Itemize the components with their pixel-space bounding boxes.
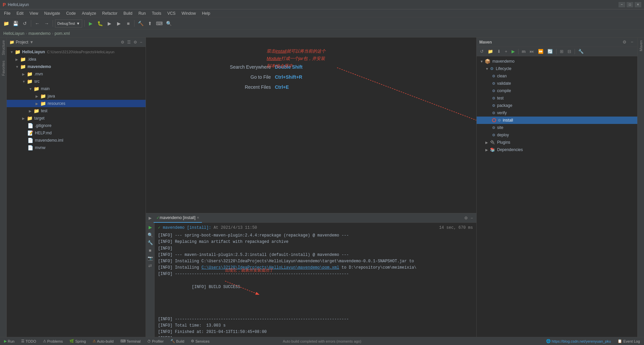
run-minimize-icon[interactable]: −: [470, 215, 474, 221]
maven-minimize-icon[interactable]: −: [629, 39, 635, 45]
maven-deploy[interactable]: ⚙ deploy: [477, 131, 637, 139]
status-services-btn[interactable]: ⚙ Services: [190, 339, 211, 343]
maven-lifecycle[interactable]: ▼ ⚙ Lifecycle: [477, 65, 637, 72]
save-button[interactable]: 💾: [11, 19, 19, 27]
maven-validate[interactable]: ⚙ validate: [477, 80, 637, 87]
maven-install[interactable]: ⚙ install: [477, 117, 637, 124]
maven-tool-icon[interactable]: 🔧: [577, 48, 585, 55]
search-shortcut-file[interactable]: Ctrl+Shift+R: [275, 74, 303, 80]
debug-button[interactable]: 🐛: [96, 19, 104, 27]
maven-m-icon[interactable]: m: [521, 48, 527, 55]
deploy-button[interactable]: ⬆: [146, 19, 154, 27]
project-sync-icon[interactable]: ⚙: [120, 39, 125, 45]
maven-settings-icon[interactable]: ⚙: [621, 39, 628, 45]
run-play-button[interactable]: ▶: [148, 224, 153, 230]
menu-file[interactable]: File: [1, 10, 13, 16]
menu-tools[interactable]: Tools: [149, 10, 164, 16]
forward-button[interactable]: →: [43, 19, 51, 27]
project-close-icon[interactable]: −: [139, 39, 143, 45]
menu-build[interactable]: Build: [121, 10, 135, 16]
breadcrumb-hello[interactable]: HelloLiayun: [3, 31, 24, 36]
maven-expand-icon[interactable]: ⊞: [558, 48, 565, 55]
project-gear-icon[interactable]: ☰: [126, 39, 131, 45]
status-autobuild-btn[interactable]: ⚠ Auto-build: [91, 339, 115, 343]
refresh-button[interactable]: ↺: [21, 19, 29, 27]
status-todo-btn[interactable]: ☰ TODO: [20, 339, 38, 343]
tree-test[interactable]: ▶ 📁 test: [7, 107, 146, 115]
menu-vcs[interactable]: VCS: [165, 10, 178, 16]
menu-view[interactable]: View: [27, 10, 41, 16]
menu-code[interactable]: Code: [63, 10, 78, 16]
status-problems-btn[interactable]: ⚠ Problems: [42, 339, 64, 343]
maven-folder-icon[interactable]: 📁: [486, 48, 494, 55]
maven-toggle-icon[interactable]: 🔄: [546, 48, 554, 55]
tree-mvn[interactable]: ▶ 📁 .mvn: [7, 70, 146, 78]
tree-gitignore[interactable]: 📄 .gitignore: [7, 122, 146, 129]
stop-button[interactable]: ■: [124, 19, 132, 27]
breadcrumb-maven[interactable]: mavendemo: [29, 31, 51, 36]
menu-navigate[interactable]: Navigate: [42, 10, 63, 16]
tree-main[interactable]: ▼ 📁 main: [7, 85, 146, 92]
maven-clean[interactable]: ⚙ clean: [477, 72, 637, 80]
run-stop-button[interactable]: ■: [148, 247, 152, 254]
maven-compile[interactable]: ⚙ compile: [477, 87, 637, 94]
tree-root[interactable]: ▼ 📁 HelloLiayun C:\Users\32120\IdeaProje…: [7, 48, 146, 56]
project-dropdown-icon[interactable]: ▼: [30, 40, 34, 45]
maven-edge-label[interactable]: Maven: [639, 38, 643, 54]
project-settings-icon[interactable]: ⚙: [133, 39, 138, 45]
search-shortcut-recent[interactable]: Ctrl+E: [275, 84, 289, 90]
run-filter-button[interactable]: 🔍: [147, 232, 154, 238]
maven-download-icon[interactable]: ⬇: [496, 48, 502, 55]
menu-help[interactable]: Help: [199, 10, 213, 16]
tree-iml[interactable]: 📄 mavendemo.iml: [7, 137, 146, 144]
coverage-button[interactable]: ▶: [105, 19, 113, 27]
build-button[interactable]: 🔨: [137, 19, 145, 27]
maven-skip-icon[interactable]: ⏭: [528, 48, 535, 55]
tree-resources[interactable]: ▶ 📁 resources: [7, 100, 146, 107]
status-build-btn[interactable]: 🔨 Build: [169, 339, 185, 343]
status-spring-btn[interactable]: 🌿 Spring: [68, 339, 87, 343]
open-button[interactable]: 📁: [2, 19, 10, 27]
menu-window[interactable]: Window: [179, 10, 199, 16]
search-button[interactable]: 🔍: [165, 19, 173, 27]
maven-test[interactable]: ⚙ test: [477, 94, 637, 102]
status-eventlog-btn[interactable]: 📋 Event Log: [616, 339, 641, 343]
maven-root[interactable]: ▼ 📦 mavendemo: [477, 58, 637, 65]
terminal-button[interactable]: ⌨: [155, 19, 163, 27]
close-button[interactable]: ×: [635, 2, 641, 7]
back-button[interactable]: ←: [33, 19, 41, 27]
run-tool-button[interactable]: 🔧: [147, 239, 154, 246]
minimize-button[interactable]: −: [619, 2, 625, 7]
maven-collapse-icon[interactable]: ⊟: [566, 48, 573, 55]
maven-dependencies[interactable]: ▶ 📚 Dependencies: [477, 146, 637, 153]
structure-label[interactable]: Structure: [1, 38, 5, 58]
tree-idea[interactable]: ▶ 📁 .idea: [7, 56, 146, 63]
maven-package[interactable]: ⚙ package: [477, 102, 637, 109]
maven-plugins[interactable]: ▶ 🔌 Plugins: [477, 139, 637, 146]
debug-config-dropdown[interactable]: DebugTest ▼: [55, 19, 82, 27]
tree-mvnw[interactable]: 📄 mvnw: [7, 144, 146, 151]
run-tab-close[interactable]: ×: [197, 215, 199, 220]
maven-skip2-icon[interactable]: ⏩: [537, 48, 545, 55]
run-settings-icon[interactable]: ⚙: [464, 215, 469, 221]
maven-refresh-icon[interactable]: ↺: [479, 48, 485, 55]
menu-refactor[interactable]: Refactor: [100, 10, 120, 16]
profile-button[interactable]: ▶: [115, 19, 123, 27]
maven-verify[interactable]: ⚙ verify: [477, 109, 637, 117]
favorites-label[interactable]: Favorites: [1, 58, 5, 78]
tree-target[interactable]: ▶ 📁 target: [7, 115, 146, 122]
status-run-btn[interactable]: ▶ Run: [3, 339, 16, 343]
status-terminal-btn[interactable]: ⌨ Terminal: [119, 339, 142, 343]
menu-analyze[interactable]: Analyze: [79, 10, 99, 16]
breadcrumb-pom[interactable]: pom.xml: [55, 31, 70, 36]
maven-site[interactable]: ⚙ site: [477, 124, 637, 131]
maximize-button[interactable]: □: [627, 2, 633, 7]
maven-run-icon[interactable]: ▶: [510, 48, 516, 55]
status-profiler-btn[interactable]: ⏱ Profiler: [146, 339, 165, 343]
status-csdn-link[interactable]: 🌐 https://blog.csdn.net/yerenyuan_pku: [545, 339, 612, 343]
run-tab-active[interactable]: ✓ mavendemo [install] ×: [154, 213, 202, 223]
run-button[interactable]: ▶: [87, 19, 95, 27]
run-camera-button[interactable]: 📷: [147, 255, 154, 261]
run-diff-button[interactable]: ⇄: [148, 263, 153, 269]
tree-mavendemo[interactable]: ▼ 📁 mavendemo: [7, 63, 146, 70]
